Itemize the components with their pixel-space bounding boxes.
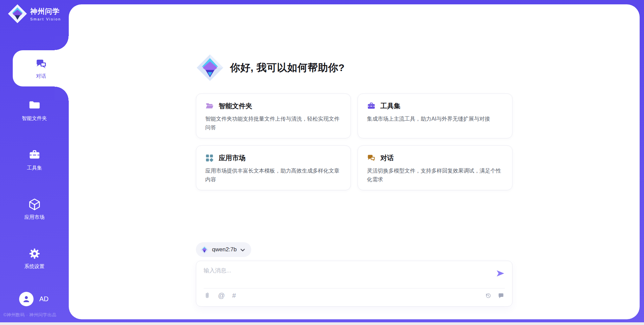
sidebar-item-chat[interactable]: 对话	[13, 50, 69, 86]
history-icon	[485, 292, 492, 299]
gear-icon	[28, 247, 41, 260]
sidebar-item-label: 智能文件夹	[22, 115, 47, 122]
card-title: 工具集	[380, 102, 400, 111]
sidebar-item-label: 工具集	[27, 165, 42, 171]
card-chat[interactable]: 对话 灵活切换多模型文件，支持多样回复效果调试，满足个性化需求	[358, 145, 513, 190]
chat-history-button[interactable]	[498, 292, 505, 299]
card-description: 集成市场上主流工具，助力AI与外界无缝扩展与对接	[367, 115, 503, 123]
sidebar-item-label: 系统设置	[24, 263, 45, 270]
toolbox-icon	[367, 102, 376, 111]
card-smart-folder[interactable]: 智能文件夹 智能文件夹功能支持批量文件上传与清洗，轻松实现文件问答	[196, 93, 351, 138]
card-title: 智能文件夹	[219, 102, 252, 111]
card-title: 对话	[380, 153, 394, 162]
card-description: 智能文件夹功能支持批量文件上传与清洗，轻松实现文件问答	[205, 115, 341, 132]
cube-icon	[28, 198, 41, 211]
greeting-title: 你好, 我可以如何帮助你?	[230, 61, 345, 75]
mention-button[interactable]: @	[218, 292, 225, 299]
model-logo-icon	[200, 246, 209, 254]
brand-subtitle: Smart Vision	[30, 17, 61, 21]
paperclip-icon	[204, 292, 211, 299]
card-description: 应用市场提供丰富长文本模板，助力高效生成多样化文章内容	[205, 167, 341, 184]
chat-bubble-icon	[498, 292, 505, 299]
card-toolset[interactable]: 工具集 集成市场上主流工具，助力AI与外界无缝扩展与对接	[358, 93, 513, 138]
attachment-button[interactable]	[204, 292, 211, 299]
history-button[interactable]	[485, 292, 492, 299]
send-icon	[496, 269, 505, 277]
composer-toolbar: @ #	[204, 288, 505, 303]
avatar	[19, 292, 34, 306]
sidebar-item-settings[interactable]: 系统设置	[0, 247, 69, 270]
model-selector[interactable]: qwen2:7b	[196, 242, 251, 257]
message-input[interactable]	[204, 267, 481, 285]
app-grid-icon	[205, 154, 214, 162]
message-composer: @ #	[196, 261, 513, 307]
greeting-row: 你好, 我可以如何帮助你?	[196, 4, 513, 82]
sidebar-item-smart-folder[interactable]: 智能文件夹	[0, 99, 69, 122]
model-name: qwen2:7b	[212, 246, 237, 253]
hash-icon: #	[232, 292, 236, 299]
card-app-market[interactable]: 应用市场 应用市场提供丰富长文本模板，助力高效生成多样化文章内容	[196, 145, 351, 190]
chat-icon	[35, 58, 48, 70]
sidebar-item-label: 应用市场	[24, 214, 45, 220]
feature-cards: 智能文件夹 智能文件夹功能支持批量文件上传与清洗，轻松实现文件问答 工具集 集成…	[196, 93, 513, 190]
copyright-text: ©神州数码 · 神州问学出品	[3, 312, 56, 318]
brand: 神州问学 Smart Vision	[8, 4, 61, 23]
hashtag-button[interactable]: #	[232, 292, 236, 299]
card-description: 灵活切换多模型文件，支持多样回复效果调试，满足个性化需求	[367, 167, 503, 184]
chat-icon	[367, 154, 376, 162]
brand-diamond-icon	[196, 54, 224, 82]
bottom-scroll-strip	[0, 322, 644, 325]
sidebar-item-toolset[interactable]: 工具集	[0, 149, 69, 171]
user-account[interactable]: AD	[19, 292, 49, 306]
folder-icon	[28, 99, 41, 112]
main-panel: 你好, 我可以如何帮助你? 智能文件夹 智能文件夹功能支持批量文件上传与清洗，轻…	[69, 4, 640, 319]
sidebar: 神州问学 Smart Vision 对话 智能文件夹	[0, 0, 69, 325]
toolbox-icon	[28, 149, 41, 161]
composer-area: qwen2:7b	[196, 242, 513, 307]
sidebar-item-app-market[interactable]: 应用市场	[0, 198, 69, 220]
user-name: AD	[39, 295, 49, 303]
brand-name: 神州问学	[30, 7, 61, 16]
person-icon	[22, 295, 31, 304]
brand-diamond-icon	[8, 4, 27, 23]
folder-open-icon	[205, 102, 214, 111]
chevron-down-icon	[240, 248, 245, 253]
sidebar-item-label: 对话	[36, 73, 46, 79]
mention-icon: @	[218, 292, 225, 299]
send-button[interactable]	[496, 269, 505, 278]
card-title: 应用市场	[219, 153, 246, 162]
